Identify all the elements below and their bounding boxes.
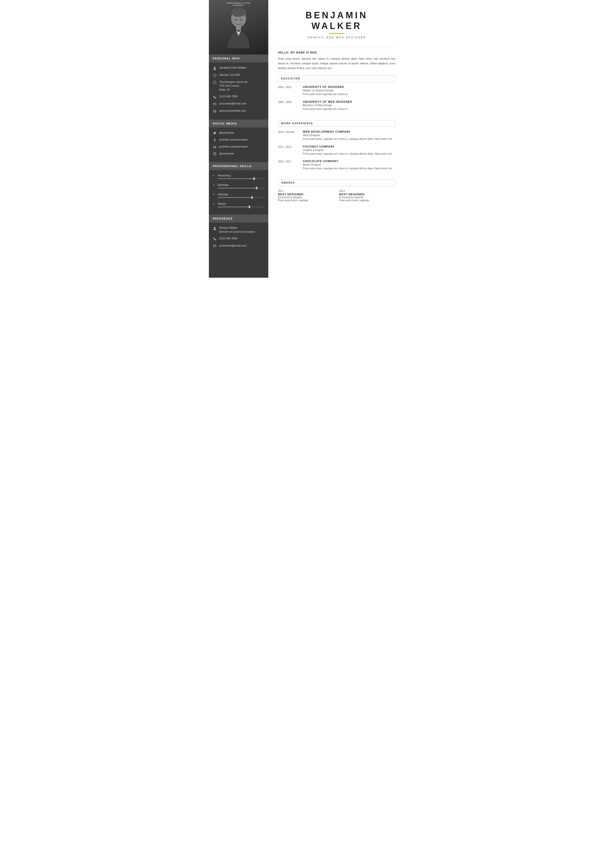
svg-rect-12 — [213, 147, 214, 148]
personal-dob-item: January 1st 1993 — [213, 73, 264, 77]
skill-indesign-track — [218, 197, 264, 198]
social-facebook: portfolio.com/username — [213, 138, 264, 142]
calendar-icon — [213, 73, 217, 77]
svg-point-17 — [214, 227, 216, 228]
skill-photoshop-name: Photoshop — [218, 174, 231, 177]
personal-address: The Designer street 1st TXS UK.Country S… — [219, 80, 248, 91]
personal-website: www.yourwebsite.com — [219, 109, 246, 113]
personal-phone-item: 0123 456 7890 — [213, 95, 264, 99]
intro-section: HELLO. MY NAME IS BEN. Proin justo lorem… — [278, 51, 395, 75]
work-role-2: Graphic Designer — [303, 149, 395, 152]
skill-indesign-fill — [218, 197, 253, 198]
work-year-1: 2014 - Present — [278, 130, 298, 141]
work-company-2: COCONUT COMPANY — [303, 145, 395, 148]
svg-rect-2 — [236, 26, 241, 30]
social-instagram: @username — [213, 152, 264, 156]
work-company-3: CHOCOLATE COMPANY — [303, 160, 395, 163]
watermark-line2: PRESENT — [233, 4, 244, 6]
work-desc-2: Proin justo lorem, egestas nec netus in,… — [303, 152, 395, 156]
award-item-2: 2014 BEST DESIGNER Ecommerce Awards Proi… — [339, 189, 395, 202]
personal-email-item: yourname@email.com — [213, 102, 264, 106]
watermark: FREEDOWNLO DPSD PRESENT — [209, 2, 268, 6]
phone-icon — [213, 95, 217, 99]
svg-point-15 — [214, 153, 215, 154]
twitter-icon — [213, 131, 217, 135]
award-desc-2: Proin justo lorem, egestas — [339, 199, 395, 202]
skills-header: PROFESSIONAL SKILLS — [209, 162, 268, 170]
edu-title-2: UNIVERSITY OF WEB DESIGNER — [303, 100, 395, 103]
skill-sketch-fill — [218, 207, 250, 207]
skill-illustrator-name: Illustrator — [218, 183, 229, 186]
edu-title-1: UNIVERSITY OF DESIGNER — [303, 85, 395, 88]
skill-photoshop-handle — [253, 177, 255, 180]
address-icon — [213, 81, 217, 84]
skill-photoshop-fill — [218, 178, 255, 179]
skill-indesign: + InDesign — [213, 192, 264, 198]
personal-dob: January 1st 1993 — [219, 73, 240, 77]
intro-heading: HELLO. MY NAME IS BEN. — [278, 51, 395, 54]
reference-person-icon — [213, 226, 217, 230]
skill-indesign-name: InDesign — [218, 193, 228, 196]
personal-info-header: PERSONAL INFO — [209, 54, 268, 62]
personal-address-item: The Designer street 1st TXS UK.Country S… — [213, 80, 264, 91]
work-year-2: 2011 - 2014 — [278, 145, 298, 156]
reference-email-icon — [213, 244, 217, 248]
skill-sketch: + Sketch — [213, 202, 264, 207]
divider-1 — [278, 48, 395, 48]
edu-degree-1: Master of Graphic Design — [303, 89, 395, 92]
personal-phone: 0123 456 7890 — [219, 95, 237, 98]
intro-text: Proin justo lorem, egestas nec metus in,… — [278, 56, 395, 70]
award-title-1: BEST DESIGNER — [278, 193, 334, 196]
cv-name: BENJAMIN WALKER — [278, 10, 395, 31]
person-icon — [213, 66, 217, 70]
work-role-1: Web-Designer — [303, 134, 395, 136]
reference-email: yourname@email.com — [219, 244, 247, 248]
reference-phone-item: 0123 456 7890 — [213, 237, 264, 241]
cv-header: BENJAMIN WALKER GRAPHIC AND WEB DESIGNER — [278, 10, 395, 39]
award-year-1: 2011 — [278, 189, 334, 192]
work-section-header: WORK EXPERIENCE — [278, 120, 395, 127]
work-year-3: 2010 - 2011 — [278, 160, 298, 170]
edu-desc-1: Proin justo lorem egestas nec metus in. — [303, 92, 395, 96]
skill-photoshop: + Photoshop — [213, 174, 264, 179]
svg-point-4 — [240, 19, 242, 20]
work-role-3: Brand Drsigner — [303, 163, 395, 166]
reference-phone: 0123 456 7890 — [219, 237, 237, 240]
skill-illustrator-track — [218, 188, 264, 188]
skill-illustrator-handle — [256, 187, 257, 189]
work-content-3: CHOCOLATE COMPANY Brand Drsigner Proin j… — [303, 160, 395, 170]
personal-email: yourname@email.com — [219, 102, 247, 105]
skill-sketch-name: Sketch — [218, 202, 226, 205]
svg-point-1 — [231, 8, 246, 17]
award-year-2: 2014 — [339, 189, 395, 192]
reference-name-item: Richard Walker Director at Coconut Compa… — [213, 226, 264, 234]
personal-info-section: Jonathan Dave Walker January 1st 1993 Th… — [209, 62, 268, 119]
main-content: BENJAMIN WALKER GRAPHIC AND WEB DESIGNER… — [268, 0, 405, 278]
name-underline — [329, 33, 344, 34]
globe-icon — [213, 109, 217, 113]
email-icon — [213, 102, 217, 106]
social-instagram-handle: @username — [219, 152, 234, 155]
social-linkedin: portfolio.com/username — [213, 145, 264, 149]
edu-degree-2: Bachelor of Web Design — [303, 104, 395, 107]
personal-name-item: Jonathan Dave Walker — [213, 66, 264, 70]
sidebar: FREEDOWNLO DPSD PRESENT PERSONAL INFO — [209, 0, 268, 278]
awards-section: AWARDS 2011 BEST DESIGNER Ecommerce Awar… — [278, 180, 395, 202]
social-media-section: @username portfolio.com/username portfol… — [209, 127, 268, 162]
edu-content-1: UNIVERSITY OF DESIGNER Master of Graphic… — [303, 85, 395, 96]
social-facebook-url: portfolio.com/username — [219, 138, 248, 141]
svg-point-3 — [235, 19, 237, 20]
skill-illustrator: + Illustrator — [213, 183, 264, 188]
svg-rect-7 — [213, 82, 216, 84]
edu-entry-1: 2009 - 2010 UNIVERSITY OF DESIGNER Maste… — [278, 85, 395, 96]
social-media-header: SOCIAL MEDIA — [209, 119, 268, 127]
work-entry-3: 2010 - 2011 CHOCOLATE COMPANY Brand Drsi… — [278, 160, 395, 170]
svg-point-5 — [214, 67, 216, 68]
awards-grid: 2011 BEST DESIGNER Ecommerce Awards Proi… — [278, 189, 395, 202]
edu-entry-2: 2008 - 2009 UNIVERSITY OF WEB DESIGNER B… — [278, 100, 395, 111]
edu-year-2: 2008 - 2009 — [278, 100, 298, 111]
reference-section: Richard Walker Director at Coconut Compa… — [209, 223, 268, 254]
svg-point-13 — [213, 146, 214, 146]
edu-year-1: 2009 - 2010 — [278, 85, 298, 96]
education-section: EDUCATION 2009 - 2010 UNIVERSITY OF DESI… — [278, 75, 395, 115]
